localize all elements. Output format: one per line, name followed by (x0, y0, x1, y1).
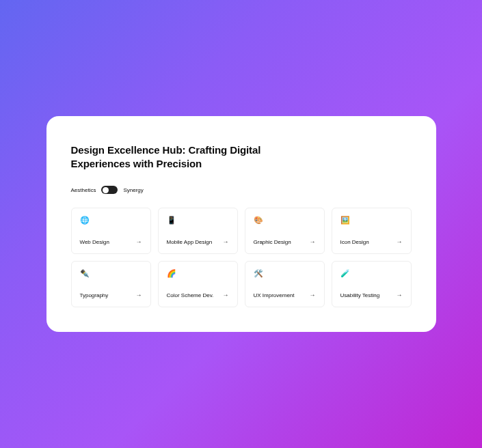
palette-icon: 🎨 (254, 216, 316, 224)
tile-label: Typography (80, 292, 109, 298)
tile-label: Usability Testing (340, 292, 380, 298)
tile-label: Graphic Design (254, 239, 291, 245)
tile-grid: 🌐 Web Design → 📱 Mobile App Design → 🎨 G… (71, 208, 412, 307)
tile-footer: UX Improvement → (254, 292, 316, 298)
arrow-right-icon: → (397, 292, 403, 298)
tile-web-design[interactable]: 🌐 Web Design → (71, 208, 151, 254)
arrow-right-icon: → (223, 238, 229, 245)
toggle-label-left: Aesthetics (71, 187, 96, 193)
tile-footer: Graphic Design → (254, 238, 316, 245)
pen-icon: ✒️ (80, 270, 142, 277)
arrow-right-icon: → (310, 292, 316, 298)
tile-footer: Usability Testing → (340, 292, 403, 298)
tile-typography[interactable]: ✒️ Typography → (71, 261, 151, 307)
arrow-right-icon: → (136, 238, 142, 245)
tile-footer: Typography → (80, 292, 142, 298)
tile-mobile-app-design[interactable]: 📱 Mobile App Design → (158, 208, 238, 254)
tile-label: UX Improvement (254, 292, 295, 298)
tile-usability-testing[interactable]: 🧪 Usability Testing → (332, 261, 412, 307)
testtube-icon: 🧪 (340, 270, 403, 277)
tile-label: Icon Design (340, 239, 369, 245)
tile-graphic-design[interactable]: 🎨 Graphic Design → (245, 208, 325, 254)
arrow-right-icon: → (223, 292, 229, 298)
toggle-label-right: Synergy (123, 187, 143, 193)
tile-label: Mobile App Design (167, 239, 213, 245)
toggle-knob (103, 187, 109, 193)
tile-footer: Icon Design → (340, 238, 403, 245)
rainbow-icon: 🌈 (167, 270, 229, 277)
main-card: Design Excellence Hub: Crafting Digital … (46, 116, 436, 333)
toggle-row: Aesthetics Synergy (71, 186, 412, 194)
aesthetics-synergy-toggle[interactable] (101, 186, 118, 194)
frame-icon: 🖼️ (340, 216, 403, 224)
page-title: Design Excellence Hub: Crafting Digital … (71, 143, 290, 171)
tools-icon: 🛠️ (254, 270, 316, 277)
tile-icon-design[interactable]: 🖼️ Icon Design → (332, 208, 412, 254)
mobile-icon: 📱 (167, 216, 229, 224)
tile-footer: Web Design → (80, 238, 142, 245)
tile-label: Web Design (80, 239, 109, 245)
tile-ux-improvement[interactable]: 🛠️ UX Improvement → (245, 261, 325, 307)
arrow-right-icon: → (397, 238, 403, 245)
globe-icon: 🌐 (80, 216, 142, 224)
tile-footer: Mobile App Design → (167, 238, 229, 245)
tile-footer: Color Scheme Dev. → (167, 292, 229, 298)
tile-label: Color Scheme Dev. (167, 292, 214, 298)
tile-color-scheme[interactable]: 🌈 Color Scheme Dev. → (158, 261, 238, 307)
arrow-right-icon: → (310, 238, 316, 245)
arrow-right-icon: → (136, 292, 142, 298)
